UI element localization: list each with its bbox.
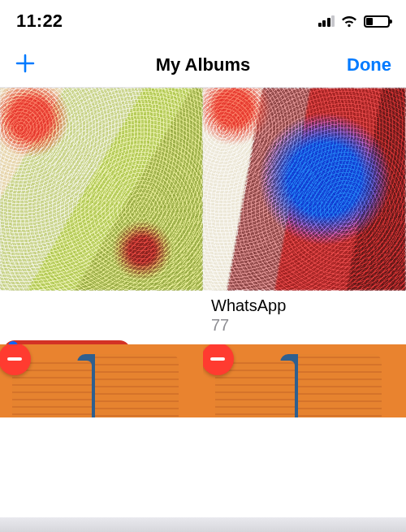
album-item[interactable]	[0, 344, 203, 417]
albums-grid: Good stuff 9 Good stuff 9 WhatsApp 77	[0, 88, 406, 417]
add-album-button[interactable]	[15, 52, 36, 78]
album-thumbnail[interactable]	[203, 88, 406, 291]
cellular-icon	[318, 15, 335, 27]
battery-icon	[364, 15, 390, 28]
status-time: 11:22	[16, 11, 63, 32]
done-button[interactable]: Done	[347, 54, 391, 76]
bottom-edge	[0, 517, 406, 532]
album-item[interactable]	[203, 344, 406, 417]
album-thumbnail[interactable]	[0, 88, 203, 291]
status-right	[318, 15, 391, 28]
wifi-icon	[340, 15, 358, 28]
nav-bar: My Albums Done	[0, 42, 406, 88]
album-count: 77	[211, 315, 398, 335]
page-title: My Albums	[156, 54, 251, 76]
album-item[interactable]: WhatsApp 77	[203, 88, 406, 344]
plus-icon	[15, 53, 36, 74]
album-item[interactable]: Good stuff 9 Good stuff 9	[0, 88, 203, 344]
album-name[interactable]: WhatsApp	[211, 296, 398, 315]
status-bar: 11:22	[0, 0, 406, 42]
